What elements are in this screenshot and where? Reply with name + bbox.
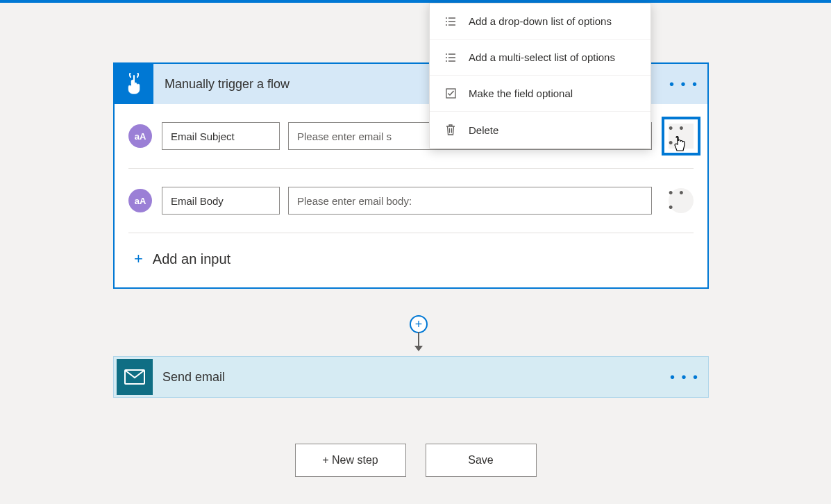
action-title: Send email	[162, 370, 669, 385]
text-field-icon: aA	[128, 189, 152, 212]
trash-icon	[442, 124, 459, 135]
menu-item-label: Delete	[469, 124, 498, 136]
menu-item-label: Add a drop-down list of options	[469, 15, 612, 27]
menu-item-label: Make the field optional	[469, 87, 573, 99]
connector: +	[410, 315, 428, 351]
menu-delete[interactable]: Delete	[430, 112, 650, 148]
add-input-label: Add an input	[153, 251, 230, 267]
connector-line	[418, 332, 419, 346]
input-name-field[interactable]: Email Body	[162, 187, 280, 215]
input-name-field[interactable]: Email Subject	[162, 122, 280, 150]
trigger-more-button[interactable]: • • •	[669, 69, 699, 99]
list-icon	[442, 17, 459, 26]
menu-add-dropdown-list[interactable]: Add a drop-down list of options	[430, 3, 650, 40]
new-step-button[interactable]: + New step	[295, 444, 406, 477]
menu-make-optional[interactable]: Make the field optional	[430, 76, 650, 112]
action-more-button[interactable]: • • •	[669, 369, 700, 385]
add-input-button[interactable]: + Add an input	[128, 233, 694, 287]
arrow-down-icon	[414, 346, 423, 351]
action-card[interactable]: Send email • • •	[113, 356, 709, 398]
send-email-icon	[117, 359, 153, 395]
input-placeholder-field[interactable]: Please enter email body:	[288, 187, 652, 215]
plus-icon: +	[134, 250, 143, 268]
manual-trigger-icon	[115, 64, 153, 104]
bottom-toolbar: + New step Save	[0, 444, 831, 477]
menu-item-label: Add a multi-select list of options	[469, 51, 615, 63]
checkbox-icon	[442, 88, 459, 99]
input-more-button[interactable]: • • •	[669, 188, 694, 213]
input-more-button[interactable]: • • •	[669, 124, 694, 149]
save-button[interactable]: Save	[426, 444, 537, 477]
list-icon	[442, 53, 459, 62]
input-row: aA Email Body Please enter email body: •…	[128, 169, 694, 233]
input-options-menu: Add a drop-down list of options Add a mu…	[429, 3, 651, 149]
insert-step-button[interactable]: +	[410, 315, 428, 333]
menu-add-multiselect-list[interactable]: Add a multi-select list of options	[430, 40, 650, 76]
text-field-icon: aA	[128, 124, 152, 148]
